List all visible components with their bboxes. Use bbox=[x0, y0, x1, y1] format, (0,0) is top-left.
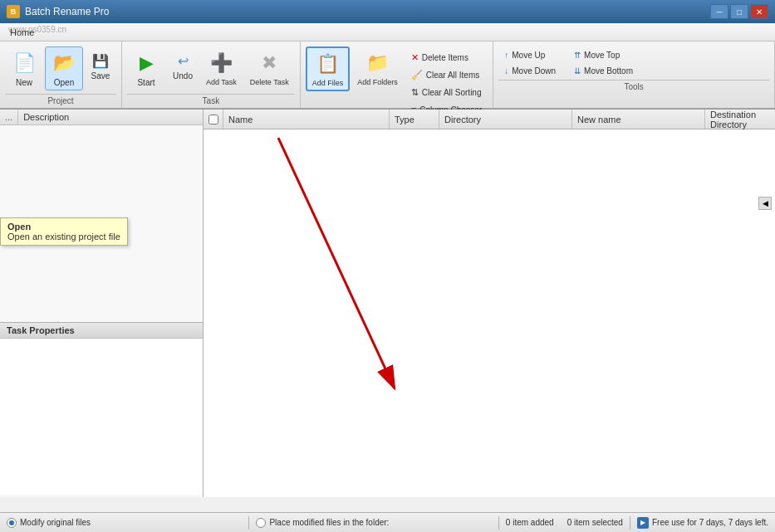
task-group: ▶ Start ↩ Undo ➕ Add Task ✖ Delete Task … bbox=[122, 41, 301, 108]
item-added-label: 0 item added bbox=[506, 518, 554, 527]
maximize-button[interactable]: □ bbox=[730, 4, 748, 19]
delete-task-button[interactable]: ✖ Delete Task bbox=[244, 46, 295, 90]
place-modified-radio[interactable] bbox=[256, 518, 266, 528]
tooltip-description: Open an existing project file bbox=[7, 232, 120, 242]
task-properties-content bbox=[0, 339, 203, 495]
save-button[interactable]: 💾 Save bbox=[85, 46, 116, 83]
add-folders-button[interactable]: 📁 Add Folders bbox=[351, 46, 404, 90]
new-icon: 📄 bbox=[11, 50, 37, 76]
item-selected-label: 0 item selected bbox=[567, 518, 623, 527]
add-folders-icon: 📁 bbox=[365, 50, 391, 76]
move-down-icon: ↓ bbox=[504, 66, 508, 76]
project-group-label: Project bbox=[5, 94, 116, 108]
move-top-button[interactable]: ⇈ Move Top bbox=[568, 48, 639, 62]
right-panel: Name Type Directory New name Destination… bbox=[204, 110, 775, 497]
clear-all-items-button[interactable]: 🧹 Clear All Items bbox=[405, 67, 488, 83]
app-icon: B bbox=[7, 5, 20, 18]
move-up-button[interactable]: ↑ Move Up bbox=[498, 48, 562, 62]
delete-task-icon: ✖ bbox=[256, 50, 282, 76]
title-bar: B Batch Rename Pro ─ □ ✕ bbox=[0, 0, 775, 23]
expand-button[interactable]: ◀ bbox=[758, 197, 772, 210]
table-body bbox=[204, 129, 775, 497]
delete-items-icon: ✕ bbox=[411, 52, 419, 63]
tools-rows: ↑ Move Up ↓ Move Down ⇈ Move Top ⇊ Move … bbox=[498, 48, 769, 78]
name-col-header: Name bbox=[223, 110, 390, 129]
checkbox-col bbox=[204, 110, 223, 129]
open-button[interactable]: 📂 Open bbox=[45, 46, 83, 90]
tooltip-box: Open Open an existing project file bbox=[0, 217, 128, 246]
modify-original-label: Modify original files bbox=[20, 518, 91, 527]
move-up-icon: ↑ bbox=[504, 51, 508, 60]
new-name-col-header: New name bbox=[572, 110, 705, 129]
menu-item-home[interactable]: Home bbox=[3, 26, 41, 39]
tooltip-title: Open bbox=[7, 222, 31, 232]
ribbon-toolbar: 📄 New 📂 Open 💾 Save Project ▶ Start ↩ Un… bbox=[0, 41, 775, 110]
project-group-content: 📄 New 📂 Open 💾 Save bbox=[5, 45, 116, 92]
task-group-label: Task bbox=[127, 94, 295, 108]
status-divider-2 bbox=[498, 516, 499, 530]
place-modified-label: Place modified files in the folder: bbox=[269, 518, 389, 527]
undo-icon: ↩ bbox=[173, 51, 193, 71]
modify-original-radio-dot bbox=[9, 520, 14, 525]
left-panel: Open Open an existing project file ... D… bbox=[0, 110, 204, 497]
delete-items-button[interactable]: ✕ Delete Items bbox=[405, 50, 488, 66]
move-bottom-icon: ⇊ bbox=[574, 66, 581, 76]
target-items-content: 📋 Add Files 📁 Add Folders ✕ Delete Items… bbox=[306, 45, 488, 117]
move-top-icon: ⇈ bbox=[574, 51, 581, 60]
free-use-label: Free use for 7 days, 7 days left. bbox=[652, 518, 768, 527]
close-button[interactable]: ✕ bbox=[750, 4, 768, 19]
status-divider-1 bbox=[248, 516, 249, 530]
task-group-content: ▶ Start ↩ Undo ➕ Add Task ✖ Delete Task bbox=[127, 45, 295, 92]
directory-col-header: Directory bbox=[439, 110, 572, 129]
svg-line-1 bbox=[278, 138, 395, 388]
open-icon: 📂 bbox=[51, 50, 77, 76]
tools-group: ↑ Move Up ↓ Move Down ⇈ Move Top ⇊ Move … bbox=[493, 41, 775, 108]
save-icon: 💾 bbox=[91, 51, 110, 71]
undo-button[interactable]: ↩ Undo bbox=[167, 46, 199, 83]
left-panel-bottom: Task Properties bbox=[0, 323, 203, 497]
sorting-icon: ⇅ bbox=[411, 87, 419, 98]
add-task-icon: ➕ bbox=[208, 50, 234, 76]
app-title: Batch Rename Pro bbox=[25, 6, 109, 17]
ellipsis-col: ... bbox=[0, 110, 18, 124]
clear-items-icon: 🧹 bbox=[411, 70, 423, 81]
target-items-group: 📋 Add Files 📁 Add Folders ✕ Delete Items… bbox=[301, 41, 494, 108]
dest-dir-col-header: Destination Directory bbox=[705, 110, 775, 129]
select-all-checkbox[interactable] bbox=[208, 115, 218, 124]
minimize-button[interactable]: ─ bbox=[710, 4, 728, 19]
title-bar-controls: ─ □ ✕ bbox=[710, 4, 768, 19]
play-button[interactable]: ▶ bbox=[637, 517, 649, 529]
move-bottom-button[interactable]: ⇊ Move Bottom bbox=[568, 64, 639, 78]
clear-all-sorting-button[interactable]: ⇅ Clear All Sorting bbox=[405, 85, 488, 100]
add-files-button[interactable]: 📋 Add Files bbox=[306, 46, 351, 91]
table-header: Name Type Directory New name Destination… bbox=[204, 110, 775, 129]
new-button[interactable]: 📄 New bbox=[5, 46, 43, 90]
menu-bar: Home bbox=[0, 23, 775, 41]
description-col-header: Description bbox=[18, 110, 203, 124]
left-panel-top: ... Description bbox=[0, 110, 203, 323]
add-files-icon: 📋 bbox=[314, 51, 341, 77]
tools-group-label: Tools bbox=[498, 80, 769, 94]
tools-col-right: ⇈ Move Top ⇊ Move Bottom bbox=[568, 48, 639, 78]
status-middle: Place modified files in the folder: bbox=[256, 518, 491, 528]
title-bar-left: B Batch Rename Pro bbox=[7, 5, 109, 18]
tools-col-left: ↑ Move Up ↓ Move Down bbox=[498, 48, 562, 78]
status-divider-3 bbox=[630, 516, 630, 530]
project-group: 📄 New 📂 Open 💾 Save Project bbox=[0, 41, 122, 108]
start-button[interactable]: ▶ Start bbox=[127, 46, 165, 90]
status-bar: Modify original files Place modified fil… bbox=[0, 512, 775, 532]
status-left: Modify original files bbox=[7, 518, 242, 528]
main-content: Open Open an existing project file ... D… bbox=[0, 110, 775, 497]
add-task-button[interactable]: ➕ Add Task bbox=[200, 46, 243, 90]
type-col-header: Type bbox=[390, 110, 439, 129]
modify-original-radio[interactable] bbox=[7, 518, 17, 528]
start-icon: ▶ bbox=[133, 50, 159, 76]
move-down-button[interactable]: ↓ Move Down bbox=[498, 64, 562, 78]
task-properties-title: Task Properties bbox=[0, 323, 203, 339]
arrow-overlay bbox=[204, 129, 775, 497]
